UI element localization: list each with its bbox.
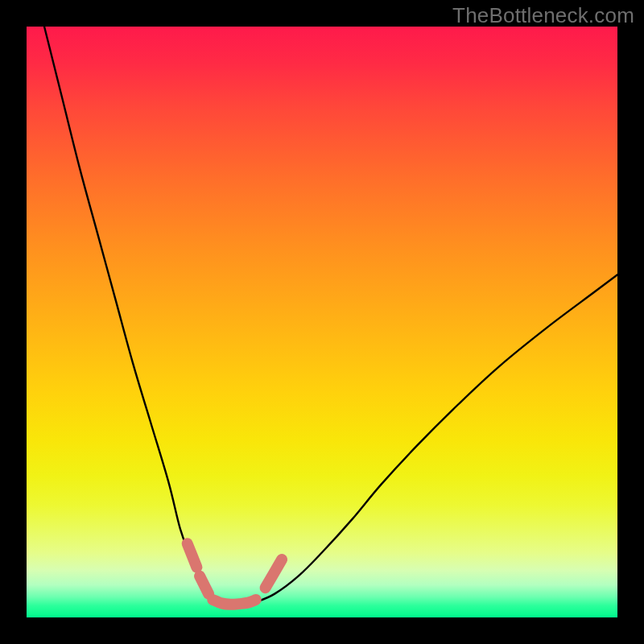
ridge-segment-4	[266, 559, 283, 588]
plot-area	[27, 27, 617, 617]
ridge-markers	[188, 543, 282, 605]
watermark-text: TheBottleneck.com	[452, 3, 634, 28]
ridge-segment-2	[200, 576, 208, 594]
ridge-bottom	[213, 600, 256, 605]
chart-frame: TheBottleneck.com	[0, 0, 644, 644]
bottleneck-curve	[44, 27, 617, 604]
ridge-segment-1	[188, 543, 197, 567]
plot-svg	[27, 27, 617, 617]
